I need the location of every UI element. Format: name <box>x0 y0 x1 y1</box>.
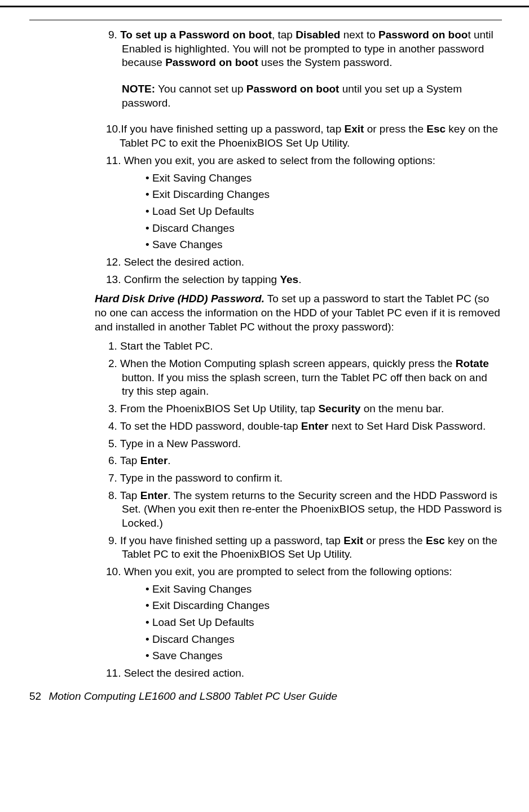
hdd-step-6: 6. Tap Enter. <box>108 454 502 468</box>
list-item: Load Set Up Defaults <box>146 205 502 219</box>
top-rule <box>29 20 502 20</box>
step-11: 11. When you exit, you are asked to sele… <box>106 154 502 168</box>
step-9: 9. To set up a Password on boot, tap Dis… <box>108 28 502 70</box>
page-number: 52 <box>29 690 41 702</box>
hdd-step-3: 3. From the PhoenixBIOS Set Up Utility, … <box>108 402 502 416</box>
hdd-step-8: 8. Tap Enter. The system returns to the … <box>108 489 502 531</box>
step-13: 13. Confirm the selection by tapping Yes… <box>106 273 502 287</box>
hdd-step-7: 7. Type in the password to confirm it. <box>108 471 502 486</box>
hdd-step-11: 11. Select the desired action. <box>106 667 502 681</box>
list-item: Exit Discarding Changes <box>146 188 502 202</box>
list-item: Discard Changes <box>146 222 502 236</box>
hdd-step-10: 10. When you exit, you are prompted to s… <box>106 565 502 579</box>
exit-options-list-2: Exit Saving Changes Exit Discarding Chan… <box>146 582 502 663</box>
hdd-step-9: 9. If you have finished setting up a pas… <box>108 534 502 562</box>
list-item: Exit Saving Changes <box>146 171 502 186</box>
list-item: Save Changes <box>146 238 502 252</box>
hdd-step-4: 4. To set the HDD password, double-tap E… <box>108 420 502 434</box>
page-content: 9. To set up a Password on boot, tap Dis… <box>0 6 529 715</box>
list-item: Exit Discarding Changes <box>146 599 502 613</box>
step-10: 10.If you have finished setting up a pas… <box>106 122 502 150</box>
hdd-step-5: 5. Type in a New Password. <box>108 437 502 451</box>
footer-title: Motion Computing LE1600 and LS800 Tablet… <box>49 690 337 702</box>
hdd-step-2: 2. When the Motion Computing splash scre… <box>108 357 502 399</box>
exit-options-list-1: Exit Saving Changes Exit Discarding Chan… <box>146 171 502 252</box>
list-item: Save Changes <box>146 649 502 663</box>
note-block: NOTE: You cannot set up Password on boot… <box>122 82 502 110</box>
list-item: Discard Changes <box>146 633 502 647</box>
step-12: 12. Select the desired action. <box>106 255 502 270</box>
list-item: Exit Saving Changes <box>146 582 502 597</box>
page-footer: 52 Motion Computing LE1600 and LS800 Tab… <box>29 690 502 704</box>
list-item: Load Set Up Defaults <box>146 616 502 630</box>
hdd-section-intro: Hard Disk Drive (HDD) Password. To set u… <box>95 292 502 334</box>
hdd-step-1: 1. Start the Tablet PC. <box>108 339 502 354</box>
